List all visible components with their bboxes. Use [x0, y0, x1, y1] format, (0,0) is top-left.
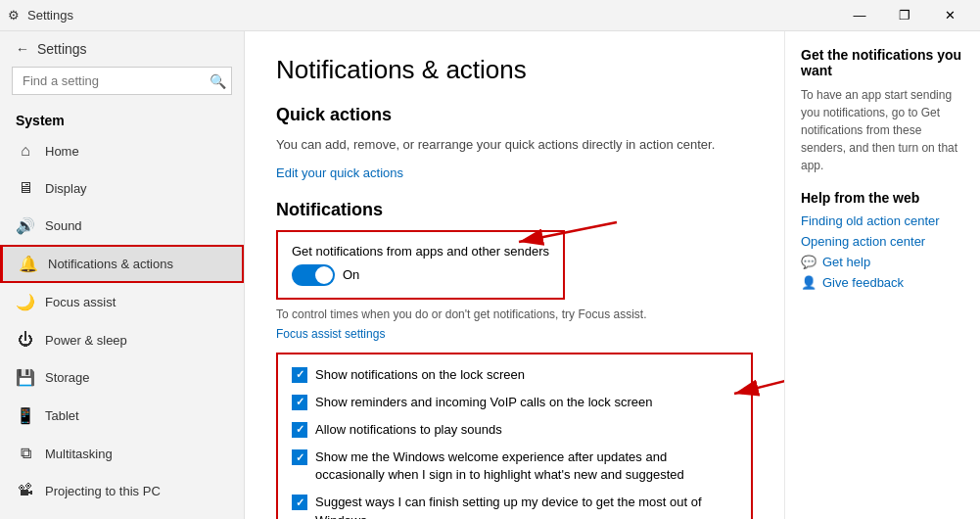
- titlebar: ⚙ Settings — ❐ ✕: [0, 0, 980, 31]
- sidebar-item-tablet[interactable]: 📱 Tablet: [0, 397, 244, 435]
- sidebar-item-label: Projecting to this PC: [45, 484, 161, 498]
- feedback-icon: 👤: [801, 275, 817, 290]
- give-feedback-label: Give feedback: [822, 275, 904, 290]
- sidebar-item-focus[interactable]: 🌙 Focus assist: [0, 283, 244, 321]
- page-title: Notifications & actions: [276, 55, 753, 85]
- focus-hint-text: To control times when you do or don't ge…: [276, 307, 646, 321]
- toggle-knob: [315, 266, 333, 284]
- edit-quick-actions-link[interactable]: Edit your quick actions: [276, 165, 403, 180]
- get-help-button[interactable]: 💬 Get help: [801, 255, 964, 269]
- checkboxes-box: Show notifications on the lock screen Sh…: [276, 353, 753, 520]
- sidebar-back-button[interactable]: ← Settings: [0, 31, 244, 67]
- sidebar-item-label: Notifications & actions: [48, 257, 173, 271]
- sidebar-search: 🔍: [12, 67, 232, 95]
- display-icon: 🖥: [16, 179, 35, 197]
- close-button[interactable]: ✕: [927, 0, 972, 31]
- opening-action-center-link[interactable]: Opening action center: [801, 234, 964, 249]
- multitasking-icon: ⧉: [16, 445, 35, 462]
- checkbox-sounds[interactable]: Allow notifications to play sounds: [292, 421, 737, 439]
- sound-icon: 🔊: [16, 216, 35, 235]
- titlebar-title: Settings: [27, 8, 73, 23]
- sidebar-item-projecting[interactable]: 📽 Projecting to this PC: [0, 472, 244, 509]
- checkbox-reminders-label: Show reminders and incoming VoIP calls o…: [315, 394, 652, 411]
- titlebar-controls: — ❐ ✕: [837, 0, 972, 31]
- get-notifications-desc: To have an app start sending you notific…: [801, 86, 964, 174]
- restore-button[interactable]: ❐: [882, 0, 927, 31]
- sidebar-item-home[interactable]: ⌂ Home: [0, 132, 244, 169]
- sidebar-item-power[interactable]: ⏻ Power & sleep: [0, 321, 244, 358]
- titlebar-left: ⚙ Settings: [8, 8, 73, 23]
- notifications-title: Notifications: [276, 200, 753, 220]
- sidebar-section-title: System: [0, 105, 244, 132]
- sidebar-item-label: Tablet: [45, 408, 79, 423]
- sidebar-item-sound[interactable]: 🔊 Sound: [0, 207, 244, 245]
- search-input[interactable]: [12, 67, 232, 95]
- sidebar-item-label: Display: [45, 181, 87, 196]
- quick-actions-title: Quick actions: [276, 105, 753, 125]
- focus-icon: 🌙: [16, 293, 35, 311]
- back-icon: ←: [16, 41, 29, 57]
- toggle-row: On: [292, 264, 549, 286]
- search-button[interactable]: 🔍: [210, 73, 226, 89]
- focus-assist-link[interactable]: Focus assist settings: [276, 327, 385, 341]
- main-content: Notifications & actions Quick actions Yo…: [245, 31, 784, 519]
- sidebar-item-label: Focus assist: [45, 295, 116, 309]
- sidebar-item-notifications[interactable]: 🔔 Notifications & actions: [0, 245, 244, 283]
- checkbox-sounds-label: Allow notifications to play sounds: [315, 421, 502, 439]
- tablet-icon: 📱: [16, 406, 35, 425]
- checkbox-finish-setup[interactable]: Suggest ways I can finish setting up my …: [292, 494, 737, 519]
- get-notifications-title: Get the notifications you want: [801, 47, 964, 78]
- sidebar-item-label: Multitasking: [45, 447, 113, 461]
- sidebar-item-multitasking[interactable]: ⧉ Multitasking: [0, 435, 244, 472]
- storage-icon: 💾: [16, 368, 35, 387]
- give-feedback-button[interactable]: 👤 Give feedback: [801, 275, 964, 290]
- sidebar-item-label: Storage: [45, 370, 90, 385]
- checkbox-lock-screen[interactable]: Show notifications on the lock screen: [292, 366, 737, 384]
- quick-actions-desc: You can add, remove, or rearrange your q…: [276, 135, 753, 155]
- sidebar-back-label: Settings: [37, 41, 87, 57]
- focus-hint: To control times when you do or don't ge…: [276, 307, 753, 321]
- checkbox-sounds-input[interactable]: [292, 422, 307, 438]
- sidebar-item-storage[interactable]: 💾 Storage: [0, 358, 244, 397]
- sidebar-item-label: Sound: [45, 218, 82, 233]
- settings-icon: ⚙: [8, 8, 20, 23]
- checkbox-lock-screen-input[interactable]: [292, 367, 307, 383]
- sidebar-item-shared[interactable]: 🔗 Shared experiences: [0, 509, 244, 519]
- sidebar-item-label: Home: [45, 144, 79, 159]
- projecting-icon: 📽: [16, 482, 35, 499]
- home-icon: ⌂: [16, 142, 35, 160]
- get-help-label: Get help: [822, 255, 870, 269]
- toggle-label: Get notifications from apps and other se…: [292, 244, 549, 259]
- sidebar-item-label: Power & sleep: [45, 333, 127, 348]
- sidebar-item-display[interactable]: 🖥 Display: [0, 169, 244, 207]
- get-help-icon: 💬: [801, 255, 817, 269]
- notifications-section: Notifications Get notifications from app…: [276, 200, 753, 520]
- checkbox-welcome[interactable]: Show me the Windows welcome experience a…: [292, 448, 737, 484]
- checkbox-finish-setup-label: Suggest ways I can finish setting up my …: [315, 494, 737, 519]
- toggle-state: On: [343, 267, 359, 282]
- minimize-button[interactable]: —: [837, 0, 882, 31]
- power-icon: ⏻: [16, 331, 35, 349]
- sidebar: ← Settings 🔍 System ⌂ Home 🖥 Display 🔊 S…: [0, 31, 245, 519]
- finding-old-action-center-link[interactable]: Finding old action center: [801, 213, 964, 228]
- right-panel: Get the notifications you want To have a…: [784, 31, 980, 519]
- checkbox-lock-screen-label: Show notifications on the lock screen: [315, 366, 525, 384]
- help-from-web-title: Help from the web: [801, 190, 964, 206]
- notifications-toggle[interactable]: [292, 264, 335, 286]
- checkbox-welcome-label: Show me the Windows welcome experience a…: [315, 448, 737, 484]
- notifications-icon: 🔔: [19, 255, 38, 273]
- toggle-box: Get notifications from apps and other se…: [276, 230, 565, 300]
- app-body: ← Settings 🔍 System ⌂ Home 🖥 Display 🔊 S…: [0, 31, 980, 519]
- checkbox-reminders-input[interactable]: [292, 395, 307, 410]
- checkbox-reminders[interactable]: Show reminders and incoming VoIP calls o…: [292, 394, 737, 411]
- checkbox-finish-setup-input[interactable]: [292, 495, 307, 510]
- checkbox-welcome-input[interactable]: [292, 449, 307, 465]
